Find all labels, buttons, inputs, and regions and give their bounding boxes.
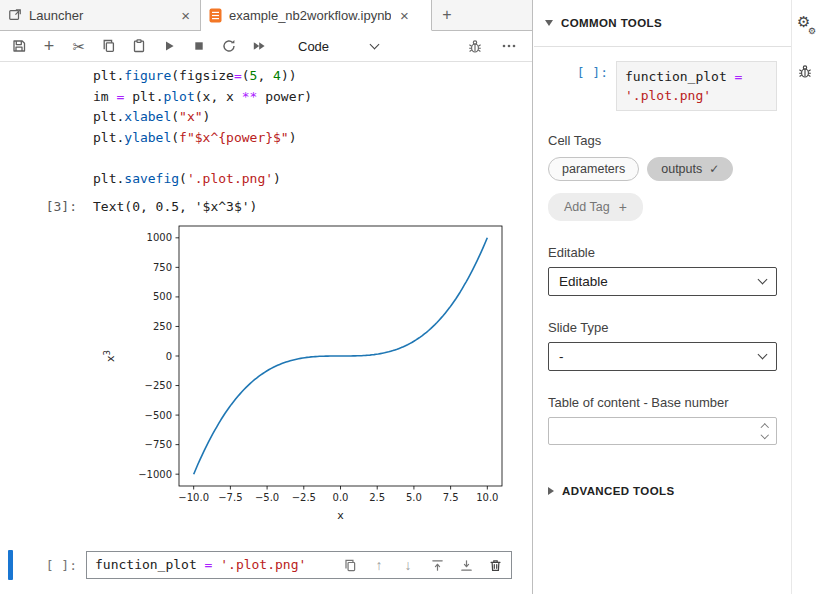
slide-type-select[interactable]: - xyxy=(548,342,777,371)
cell-toolbar: ↑ ↓ xyxy=(342,552,503,578)
active-cell-preview: [ ]: function_plot = '.plot.png' xyxy=(548,61,777,111)
cut-icon: ✂ xyxy=(73,39,86,54)
sidebar-tab-strip: ⚙ ⚙ xyxy=(791,0,818,594)
svg-text:−500: −500 xyxy=(145,410,172,421)
delete-cell-button[interactable] xyxy=(487,557,503,573)
cell-selection-bar xyxy=(8,550,13,580)
tag-label: parameters xyxy=(562,162,625,176)
cell-code: function_plot = '.plot.png' xyxy=(95,555,306,576)
insert-below-button[interactable] xyxy=(458,557,474,573)
right-sidebar: COMMON TOOLS [ ]: function_plot = '.plot… xyxy=(534,0,818,594)
tags-row: parameters outputs ✓ xyxy=(548,157,777,181)
jupyterlab-window: Launcher × example_nb2workflow.ipynb × + xyxy=(0,0,818,594)
stop-button[interactable] xyxy=(190,37,208,55)
more-commands-button[interactable] xyxy=(500,37,518,55)
move-up-icon: ↑ xyxy=(376,558,383,572)
property-inspector: COMMON TOOLS [ ]: function_plot = '.plot… xyxy=(534,0,791,594)
restart-run-all-button[interactable] xyxy=(250,37,268,55)
copy-button[interactable] xyxy=(100,37,118,55)
tab-notebook[interactable]: example_nb2workflow.ipynb × xyxy=(201,0,432,31)
plot-output: −10.0−7.5−5.0−2.50.02.55.07.510.0−1000−7… xyxy=(0,218,532,534)
section-title: COMMON TOOLS xyxy=(561,17,662,29)
tab-launcher[interactable]: Launcher × xyxy=(0,0,201,31)
kernel-bug-button[interactable] xyxy=(466,37,484,55)
svg-text:1000: 1000 xyxy=(147,232,172,243)
cell-editor[interactable]: function_plot = '.plot.png' ↑ ↓ xyxy=(86,551,512,579)
svg-text:250: 250 xyxy=(153,321,172,332)
preview-code-line: '.plot.png' xyxy=(625,86,768,105)
svg-text:0: 0 xyxy=(166,351,172,362)
move-down-button[interactable]: ↓ xyxy=(400,557,416,573)
advanced-tools-section-header[interactable]: ADVANCED TOOLS xyxy=(548,485,777,497)
svg-text:−250: −250 xyxy=(145,380,172,391)
input-prompt-gutter xyxy=(0,62,86,189)
close-icon[interactable]: × xyxy=(398,8,411,23)
close-icon[interactable]: × xyxy=(179,8,192,23)
output-text: Text(0, 0.5, '$x^3$') xyxy=(86,199,257,214)
common-tools-section-header[interactable]: COMMON TOOLS xyxy=(534,0,791,47)
notebook-panel: Launcher × example_nb2workflow.ipynb × + xyxy=(0,0,533,594)
insert-cell-button[interactable]: + xyxy=(40,37,58,55)
chevron-down-icon xyxy=(758,275,768,285)
tag-outputs[interactable]: outputs ✓ xyxy=(647,157,733,181)
insert-above-button[interactable] xyxy=(429,557,445,573)
svg-text:0.0: 0.0 xyxy=(333,492,349,503)
svg-text:10.0: 10.0 xyxy=(476,492,498,503)
tab-label: example_nb2workflow.ipynb xyxy=(229,8,391,23)
save-button[interactable] xyxy=(10,37,28,55)
toc-base-number-input[interactable] xyxy=(548,417,777,445)
notebook-icon xyxy=(209,8,222,23)
duplicate-cell-button[interactable] xyxy=(342,557,358,573)
output-area: [3]: Text(0, 0.5, '$x^3$') xyxy=(0,199,532,214)
svg-text:500: 500 xyxy=(153,291,172,302)
preview-code-line: function_plot = xyxy=(625,67,768,86)
selected-cell[interactable]: [ ]: function_plot = '.plot.png' ↑ ↓ xyxy=(0,550,532,580)
collapse-icon xyxy=(545,20,553,26)
add-tag-button[interactable]: Add Tag + xyxy=(548,193,643,221)
plus-icon: + xyxy=(619,199,627,215)
run-button[interactable] xyxy=(160,37,178,55)
property-inspector-tab[interactable]: ⚙ ⚙ xyxy=(796,16,814,34)
svg-text:−5.0: −5.0 xyxy=(255,492,279,503)
new-tab-button[interactable]: + xyxy=(432,0,462,31)
cell-type-value: Code xyxy=(298,39,329,54)
svg-text:−10.0: −10.0 xyxy=(178,492,209,503)
notebook-scroll-area[interactable]: plt.figure(figsize=(5, 4))im = plt.plot(… xyxy=(0,62,532,594)
cell-type-dropdown[interactable]: Code xyxy=(294,37,382,56)
gear-icon: ⚙ xyxy=(808,27,816,36)
svg-text:7.5: 7.5 xyxy=(443,492,459,503)
preview-code-box: function_plot = '.plot.png' xyxy=(616,61,777,111)
svg-text:−1000: −1000 xyxy=(138,469,172,480)
svg-text:5.0: 5.0 xyxy=(406,492,422,503)
spin-down-icon[interactable] xyxy=(760,431,768,439)
debugger-tab[interactable] xyxy=(796,62,814,80)
svg-text:−7.5: −7.5 xyxy=(218,492,242,503)
editable-select[interactable]: Editable xyxy=(548,267,777,296)
slide-type-value: - xyxy=(559,349,564,364)
svg-text:750: 750 xyxy=(153,262,172,273)
editable-label: Editable xyxy=(548,245,777,260)
add-tag-label: Add Tag xyxy=(564,200,610,214)
code-cell: plt.figure(figsize=(5, 4))im = plt.plot(… xyxy=(0,62,532,189)
tab-label: Launcher xyxy=(29,8,172,23)
output-prompt: [3]: xyxy=(0,199,86,214)
restart-kernel-button[interactable] xyxy=(220,37,238,55)
section-title: ADVANCED TOOLS xyxy=(562,485,675,497)
svg-text:−750: −750 xyxy=(145,439,172,450)
move-down-icon: ↓ xyxy=(405,558,412,572)
cell-tags-label: Cell Tags xyxy=(548,133,777,148)
matplotlib-figure: −10.0−7.5−5.0−2.50.02.55.07.510.0−1000−7… xyxy=(84,218,509,530)
svg-text:x: x xyxy=(337,509,344,522)
paste-button[interactable] xyxy=(130,37,148,55)
move-up-button[interactable]: ↑ xyxy=(371,557,387,573)
expand-icon xyxy=(548,487,554,495)
check-icon: ✓ xyxy=(709,162,719,176)
cut-button[interactable]: ✂ xyxy=(70,37,88,55)
insert-cell-icon: + xyxy=(44,37,55,55)
tag-label: outputs xyxy=(661,162,702,176)
chevron-down-icon xyxy=(370,39,380,49)
spinner-icons[interactable] xyxy=(762,418,768,444)
svg-text:x3: x3 xyxy=(102,350,117,362)
tag-parameters[interactable]: parameters xyxy=(548,157,639,181)
code-editor[interactable]: plt.figure(figsize=(5, 4))im = plt.plot(… xyxy=(86,62,532,189)
